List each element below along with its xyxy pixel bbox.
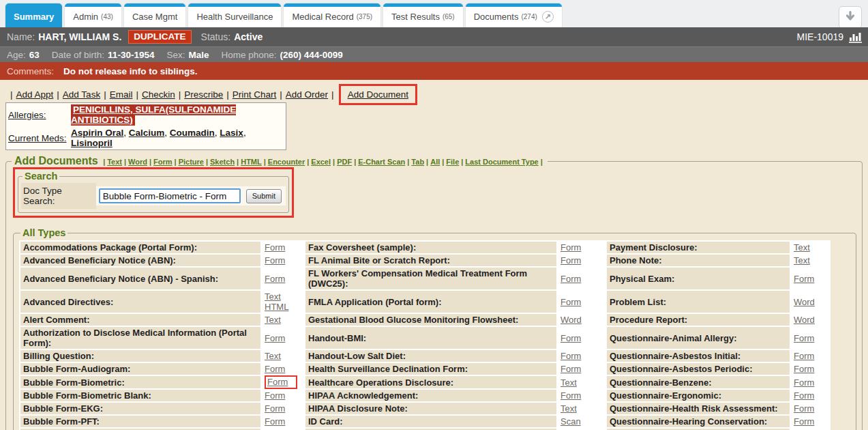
doc-type-name: ID Card:	[305, 416, 556, 427]
table-row: Accommodations Package (Portal Form):For…	[20, 242, 829, 253]
med-link-aspirin-oral[interactable]: Aspirin Oral	[71, 128, 123, 138]
doc-link-payment-disclosure-text[interactable]: Text	[794, 242, 810, 253]
action-link-add-document[interactable]: Add Document	[348, 89, 408, 100]
tab-admin[interactable]: Admin(43)	[65, 3, 121, 27]
doc-link-handout-bmi-form[interactable]: Form	[560, 333, 581, 343]
doc-link-alert-comment-text[interactable]: Text	[265, 315, 281, 325]
doc-link-bubble-form-biometric-form[interactable]: Form	[265, 375, 297, 389]
format-link-form[interactable]: Form	[153, 158, 173, 166]
action-link-print-chart[interactable]: Print Chart	[233, 89, 277, 100]
tab-label: Admin	[73, 12, 98, 22]
doc-link-accommodations-package-portal-form-form[interactable]: Form	[265, 242, 285, 253]
doc-link-healthcare-operations-disclosure-text[interactable]: Text	[560, 377, 577, 388]
all-types-legend: All Types	[20, 227, 68, 238]
tab-documents[interactable]: Documents(274)↗	[466, 3, 562, 27]
doc-link-advanced-beneficiary-notice-abn-form[interactable]: Form	[265, 255, 285, 266]
action-link-add-order[interactable]: Add Order	[286, 89, 328, 100]
action-link-add-appt[interactable]: Add Appt	[16, 89, 54, 100]
doc-link-authorization-to-disclose-medical-information-portal-form-form[interactable]: Form	[265, 333, 285, 343]
format-link-pdf[interactable]: PDF	[337, 158, 352, 166]
table-row: Bubble Form-EKG:FormHIPAA Disclosure Not…	[20, 403, 829, 414]
add-documents-title: Add Documents	[14, 155, 98, 167]
bar-chart-icon[interactable]	[849, 31, 863, 45]
action-link-email[interactable]: Email	[110, 89, 133, 100]
table-row: Advanced Beneficiary Notice (ABN):FormFL…	[20, 255, 829, 266]
tab-test-results[interactable]: Test Results(65)	[383, 3, 463, 27]
doc-link-id-card-scan[interactable]: Scan	[560, 416, 581, 427]
submit-button[interactable]: Submit	[246, 189, 282, 203]
doc-link-hipaa-acknowledgement-form[interactable]: Form	[560, 390, 581, 401]
doc-link-questionnaire-ergonomic-form[interactable]: Form	[794, 390, 814, 401]
doc-link-advanced-directives-html[interactable]: HTML	[265, 302, 288, 312]
doc-type-name: Accommodations Package (Portal Form):	[20, 242, 260, 253]
doc-type-name: Handout-Low Salt Diet:	[305, 350, 556, 362]
tab-summary[interactable]: Summary	[5, 3, 62, 27]
doc-link-questionnaire-health-risk-assessment-form[interactable]: Form	[794, 403, 814, 414]
format-link-html[interactable]: HTML	[241, 158, 262, 166]
doc-link-phone-note-text[interactable]: Text	[794, 255, 810, 266]
doc-link-questionnaire-benzene-form[interactable]: Form	[794, 377, 814, 388]
doc-type-links: Form	[791, 390, 829, 401]
doc-link-bubble-form-audiogram-form[interactable]: Form	[265, 364, 285, 374]
doc-link-questionnaire-asbestos-periodic-form[interactable]: Form	[794, 364, 814, 374]
doc-link-advanced-beneficiary-notice-abn-spanish-form[interactable]: Form	[265, 274, 285, 284]
doc-link-fl-workers-compensation-medical-treatment-form-dwc25-form[interactable]: Form	[560, 274, 581, 284]
tab-health-surveillance[interactable]: Health Surveillance	[188, 3, 281, 27]
doc-link-bubble-form-biometric-blank-form[interactable]: Form	[265, 390, 285, 401]
doc-link-billing-question-text[interactable]: Text	[265, 351, 281, 361]
current-meds-link[interactable]: Current Meds:	[8, 133, 67, 143]
doc-link-questionnaire-animal-allergy-form[interactable]: Form	[794, 333, 814, 343]
format-link-encounter[interactable]: Encounter	[268, 158, 305, 166]
allergy-item-link[interactable]: PENICILLINS, SULFA(SULFONAMIDE ANTIBIOTI…	[71, 104, 236, 126]
tab-medical-record[interactable]: Medical Record(375)	[284, 3, 380, 27]
tab-label: Case Mgmt	[132, 12, 177, 22]
doc-type-links: Form	[558, 242, 605, 253]
doc-link-physical-exam-form[interactable]: Form	[794, 274, 814, 284]
doc-type-links: Form	[262, 268, 304, 289]
doc-type-name: Alert Comment:	[20, 314, 260, 326]
doc-link-procedure-report-word[interactable]: Word	[794, 315, 815, 325]
doc-link-fmla-application-portal-form-form[interactable]: Form	[560, 297, 581, 307]
doc-link-bubble-form-ekg-form[interactable]: Form	[265, 403, 285, 414]
doc-link-hipaa-disclosure-note-text[interactable]: Text	[560, 403, 577, 414]
doc-link-questionnaire-hearing-conservation-form[interactable]: Form	[794, 416, 814, 427]
format-link-excel[interactable]: Excel	[311, 158, 331, 166]
format-link-all[interactable]: All	[430, 158, 440, 166]
doc-link-bubble-form-pft-form[interactable]: Form	[265, 416, 285, 427]
doc-link-fax-coversheet-sample-form[interactable]: Form	[560, 242, 581, 253]
format-link-e-chart-scan[interactable]: E-Chart Scan	[358, 158, 405, 166]
doc-link-problem-list-word[interactable]: Word	[794, 297, 815, 307]
tab-bar-tabs: SummaryAdmin(43)Case MgmtHealth Surveill…	[5, 3, 565, 27]
med-link-calcium[interactable]: Calcium	[129, 128, 165, 138]
doc-link-health-surveillance-declination-form-form[interactable]: Form	[560, 364, 581, 374]
doc-type-links: Form	[262, 416, 304, 427]
doc-type-links: Text	[791, 242, 829, 253]
doc-link-handout-low-salt-diet-form[interactable]: Form	[560, 351, 581, 361]
doc-type-search-input[interactable]	[99, 188, 241, 203]
format-link-word[interactable]: Word	[128, 158, 147, 166]
doc-link-gestational-blood-glucose-monitoring-flowsheet-word[interactable]: Word	[560, 315, 582, 325]
action-link-prescribe[interactable]: Prescribe	[184, 89, 223, 100]
allergies-link[interactable]: Allergies:	[8, 110, 46, 120]
format-link-sketch[interactable]: Sketch	[210, 158, 235, 166]
med-link-lisinopril[interactable]: Lisinopril	[71, 138, 113, 148]
add-document-annotation-box: Add Document	[339, 84, 417, 105]
action-link-checkin[interactable]: Checkin	[142, 89, 175, 100]
tab-case-mgmt[interactable]: Case Mgmt	[124, 3, 185, 27]
med-link-coumadin[interactable]: Coumadin	[170, 128, 215, 138]
format-link-picture[interactable]: Picture	[179, 158, 204, 166]
doc-link-fl-animal-bite-or-scratch-report-form[interactable]: Form	[560, 255, 581, 266]
action-link-add-task[interactable]: Add Task	[63, 89, 100, 100]
doc-type-links: Form	[558, 363, 605, 375]
format-link-text[interactable]: Text	[107, 158, 122, 166]
format-link-last-document-type[interactable]: Last Document Type	[465, 158, 538, 166]
search-legend: Search	[23, 171, 59, 182]
doc-link-advanced-directives-text[interactable]: Text	[265, 291, 281, 302]
popout-icon[interactable]: ↗	[542, 11, 554, 23]
format-link-file[interactable]: File	[446, 158, 459, 166]
download-button[interactable]	[839, 6, 862, 29]
format-link-tab[interactable]: Tab	[411, 158, 424, 166]
doc-type-name: FMLA Application (Portal form):	[305, 291, 556, 313]
med-link-lasix[interactable]: Lasix	[220, 128, 243, 138]
doc-link-questionnaire-asbestos-initial-form[interactable]: Form	[794, 351, 814, 361]
